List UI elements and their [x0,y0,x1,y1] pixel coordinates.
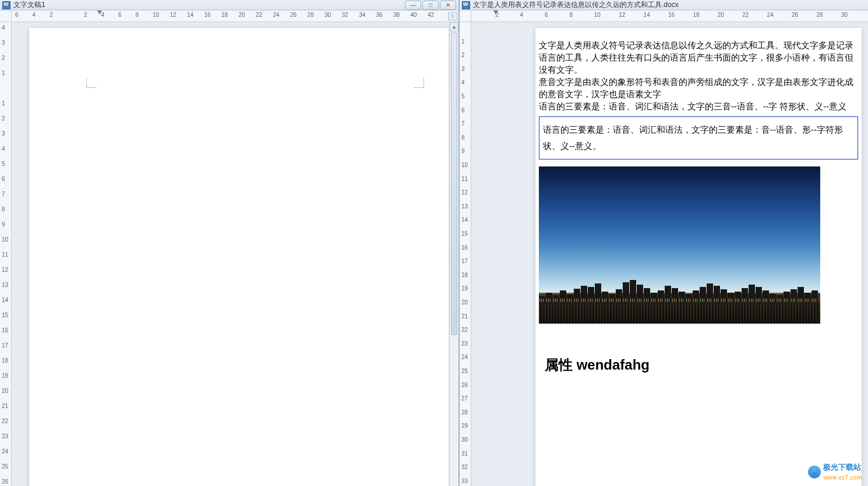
blank-page[interactable] [29,28,449,486]
watermark-name: 极光下载站 [823,463,861,471]
ruler-tick: 31 [461,450,468,457]
ruler-tick: 3 [461,66,465,72]
building-silhouette [756,287,762,303]
ruler-tick: 1 [2,100,5,107]
ruler-tick: 26 [2,478,8,485]
ruler-tick: 4 [101,12,105,18]
ruler-tick: 8 [2,206,5,212]
building-silhouette [553,295,559,303]
building-silhouette [651,293,657,303]
scroll-thumb[interactable] [451,33,457,335]
ruler-tick: 29 [461,423,468,429]
ruler-tick: 15 [2,312,8,318]
ruler-tick: 8 [136,12,139,18]
minimize-button[interactable]: — [405,1,421,10]
margin-marker-top-right [414,77,424,88]
building-silhouette [539,296,545,303]
ruler-tick: 8 [569,12,573,18]
vertical-ruler-left[interactable]: 4321123456789101112131415161718192021222… [0,22,12,486]
ruler-tick: 11 [2,251,8,258]
ruler-tick: 1 [2,70,5,76]
horizontal-ruler-left[interactable]: 6422468101214161820222426283032343638404… [0,10,458,22]
ruler-tick: 34 [359,12,365,18]
titlebar-right: 文字是人类用表义符号记录表达信息以传之久远的方式和工具.docx [460,0,868,10]
paragraph[interactable]: 意音文字是由表义的象形符号和表音的声旁组成的文字，汉字是由表形文字进化成的意音文… [539,76,858,101]
ruler-tick: 3 [2,40,5,46]
scroll-up-icon[interactable]: ▲ [450,22,458,31]
document-body[interactable]: 文字是人类用表义符号记录表达信息以传之久远的方式和工具。现代文字多是记录语言的工… [539,40,858,371]
building-silhouette [811,290,818,303]
doc-icon [462,1,470,9]
ruler-tick: 17 [2,342,8,349]
ruler-tick: 14 [2,297,8,303]
building-silhouette [700,287,706,303]
ruler-tick: 26 [290,12,297,18]
ruler-tick: 26 [792,12,798,18]
doc-title-left: 文字文稿1 [13,0,405,10]
paragraph[interactable]: 文字是人类用表义符号记录表达信息以传之久远的方式和工具。现代文字多是记录语言的工… [539,40,858,76]
ruler-tick: 40 [411,12,417,18]
building-silhouette [616,289,622,303]
ruler-tick: 36 [376,12,383,18]
ruler-tick: 24 [273,12,280,18]
horizontal-ruler-right[interactable]: 24681012141618202224262830 [460,10,868,22]
ruler-tick: 16 [668,12,675,18]
building-silhouette [777,295,783,303]
vertical-ruler-right[interactable]: 1234567891011121314151617181920212223242… [460,22,471,486]
ruler-tick: 27 [461,395,468,402]
building-silhouette [749,285,755,303]
ruler-tick: 12 [619,12,625,18]
ruler-tick: 13 [2,282,8,288]
page-area-left[interactable] [12,22,449,486]
ruler-tick: 18 [693,12,699,18]
ruler-tick: 16 [204,12,211,18]
ruler-tick: 16 [2,327,8,334]
ruler-tick: 21 [461,313,468,320]
paragraph[interactable]: 语言的三要素是：语音、词汇和语法，文字的三音--语音、--字 符形状、义--意义 [539,101,858,113]
close-button[interactable]: ✕ [440,1,456,10]
ruler-tick: 12 [2,267,8,273]
ruler-tick: 18 [221,12,228,18]
ruler-tick: 18 [2,357,8,364]
ruler-tick: 9 [461,148,465,154]
building-silhouette [672,288,678,303]
doc-title-right: 文字是人类用表义符号记录表达信息以传之久远的方式和工具.docx [473,0,866,10]
ruler-tick: 30 [324,12,331,18]
building-silhouette [630,280,636,303]
ruler-options-button[interactable]: ↕ [448,12,457,20]
heading-2[interactable]: 属性 wendafahg [545,359,858,371]
ruler-tick: 22 [256,12,262,18]
building-silhouette [546,293,552,303]
ruler-tick: 6 [2,176,5,182]
ruler-tick: 6 [15,12,19,18]
site-watermark: 极光下载站 www.xz7.com [808,462,862,481]
building-silhouette [658,290,664,303]
ruler-tick: 26 [461,382,468,388]
ruler-tick: 38 [393,12,400,18]
building-silhouette [721,289,727,303]
ruler-tick: 20 [2,388,8,394]
embedded-image[interactable] [539,166,820,324]
ruler-tick: 14 [461,217,468,223]
vertical-scrollbar-left[interactable]: ▲ ▼ [449,22,458,486]
ruler-tick: 1 [461,38,465,45]
ruler-tick: 25 [461,368,468,374]
ruler-tick: 6 [545,12,548,18]
ruler-tick: 28 [816,12,823,18]
ruler-tick: 28 [308,12,314,18]
ruler-tick: 28 [461,409,468,416]
titlebar-left: 文字文稿1 — □ ✕ [0,0,458,10]
building-silhouette [567,295,573,303]
scroll-track[interactable] [450,31,458,486]
building-silhouette [602,292,608,303]
building-silhouette [735,292,741,303]
ruler-tick: 23 [2,433,8,439]
ruler-tick: 42 [428,12,434,18]
content-page[interactable]: 文字是人类用表义符号记录表达信息以传之久远的方式和工具。现代文字多是记录语言的工… [535,28,862,486]
highlighted-box[interactable]: 语言的三要素是：语音、词汇和语法，文字的三要素是：音--语音、形--字符形状、义… [539,116,858,159]
maximize-button[interactable]: □ [422,1,439,10]
ruler-tick: 20 [718,12,724,18]
page-area-right[interactable]: 文字是人类用表义符号记录表达信息以传之久远的方式和工具。现代文字多是记录语言的工… [471,22,868,486]
ruler-tick: 19 [2,373,8,379]
building-silhouette [791,289,797,303]
